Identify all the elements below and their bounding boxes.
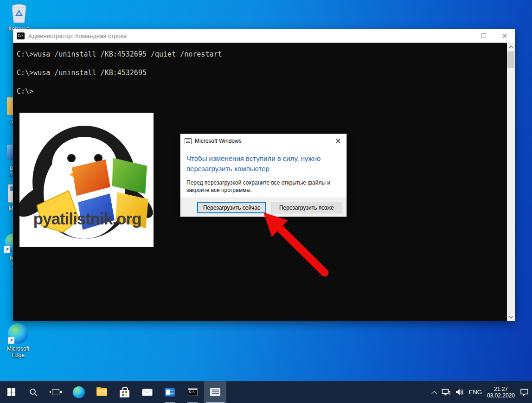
speaker-icon — [455, 389, 464, 396]
taskbar-explorer-button[interactable] — [90, 381, 113, 403]
taskbar-cmd-button[interactable]: C:\ — [181, 381, 204, 403]
scrollbar[interactable] — [507, 43, 515, 321]
notification-icon — [520, 388, 529, 397]
task-view-icon — [52, 389, 59, 395]
console-line: C:\> — [17, 87, 33, 96]
network-status-button[interactable] — [441, 389, 450, 396]
chevron-up-icon — [509, 45, 513, 49]
close-icon — [335, 138, 341, 144]
dialog-title: Microsoft Windows — [195, 138, 242, 144]
scroll-up-button[interactable] — [507, 43, 515, 51]
edge-icon — [73, 386, 85, 398]
penguin-illustration: pyatilistnik.org — [19, 113, 154, 247]
maximize-icon — [481, 33, 486, 38]
chevron-down-icon — [509, 314, 513, 318]
cmd-icon: C:\ — [188, 388, 198, 396]
clock[interactable]: 21:27 03.02.2020 — [487, 386, 515, 399]
maximize-button[interactable] — [473, 29, 494, 43]
penguin-watermark-image: pyatilistnik.org — [19, 113, 154, 247]
desktop-icon-recycle-bin[interactable]: Корзина — [5, 3, 33, 32]
taskbar-document-app-button[interactable] — [159, 381, 181, 403]
dialog-window-icon — [210, 388, 220, 396]
dialog-heading: Чтобы изменения вступили в силу, нужно п… — [186, 154, 336, 174]
desktop: Корзина W вет 100 Micr ↗ Mic E ↗ Microso… — [0, 0, 532, 403]
taskbar-mail-button[interactable] — [136, 381, 158, 403]
desktop-icon-microsoft-edge[interactable]: ↗ Microsoft Edge — [4, 323, 32, 358]
minimize-icon — [460, 36, 465, 36]
taskbar: C:\ — [0, 381, 532, 403]
cmd-icon: C:\ — [17, 32, 25, 39]
dialog-close-button[interactable] — [330, 134, 346, 148]
system-tray: ENG 21:27 03.02.2020 — [432, 381, 529, 403]
network-icon — [441, 389, 450, 396]
chevron-up-icon — [431, 391, 436, 396]
tray-overflow-button[interactable] — [432, 390, 436, 394]
clock-time: 21:27 — [487, 386, 515, 392]
cmd-titlebar[interactable]: C:\ Администратор: Командная строка — [13, 29, 515, 43]
shortcut-arrow-badge: ↗ — [4, 246, 10, 253]
taskbar-edge-button[interactable] — [68, 381, 90, 403]
action-center-button[interactable] — [520, 388, 529, 397]
scrollbar-thumb[interactable] — [507, 51, 514, 68]
clock-date: 03.02.2020 — [487, 392, 515, 399]
volume-button[interactable] — [455, 389, 464, 396]
watermark-text: pyatilistnik.org — [33, 210, 141, 228]
edge-icon: ↗ — [7, 323, 29, 344]
taskbar-store-button[interactable] — [113, 381, 135, 403]
windows-logo-icon — [7, 388, 15, 396]
task-view-button[interactable] — [45, 381, 67, 403]
minimize-button[interactable] — [452, 29, 473, 43]
mail-icon — [142, 389, 153, 396]
search-icon — [29, 388, 38, 397]
close-icon — [502, 33, 507, 38]
scroll-down-button[interactable] — [507, 313, 515, 321]
dialog-icon — [185, 138, 192, 144]
shortcut-arrow-badge: ↗ — [8, 337, 14, 344]
file-explorer-icon — [96, 388, 107, 396]
red-arrow-annotation — [250, 209, 339, 283]
dialog-body-text: Перед перезагрузкой сохраните все открыт… — [186, 179, 340, 194]
close-button[interactable] — [494, 29, 515, 43]
console-line: C:\>wusa /uninstall /KB:4532695 /quiet /… — [17, 50, 222, 58]
console-line: C:\>wusa /uninstall /KB:4532695 — [17, 69, 147, 77]
start-button[interactable] — [0, 381, 22, 403]
document-app-icon — [165, 388, 175, 397]
search-button[interactable] — [22, 381, 45, 403]
dialog-titlebar[interactable]: Microsoft Windows — [180, 134, 346, 148]
restart-dialog: Microsoft Windows Чтобы изменения вступи… — [180, 134, 347, 217]
language-indicator[interactable]: ENG — [469, 389, 482, 396]
taskbar-dialog-button-active[interactable] — [204, 381, 226, 403]
window-title: Администратор: Командная строка — [28, 32, 127, 39]
microsoft-store-icon — [120, 390, 129, 397]
recycle-bin-icon — [8, 3, 30, 24]
